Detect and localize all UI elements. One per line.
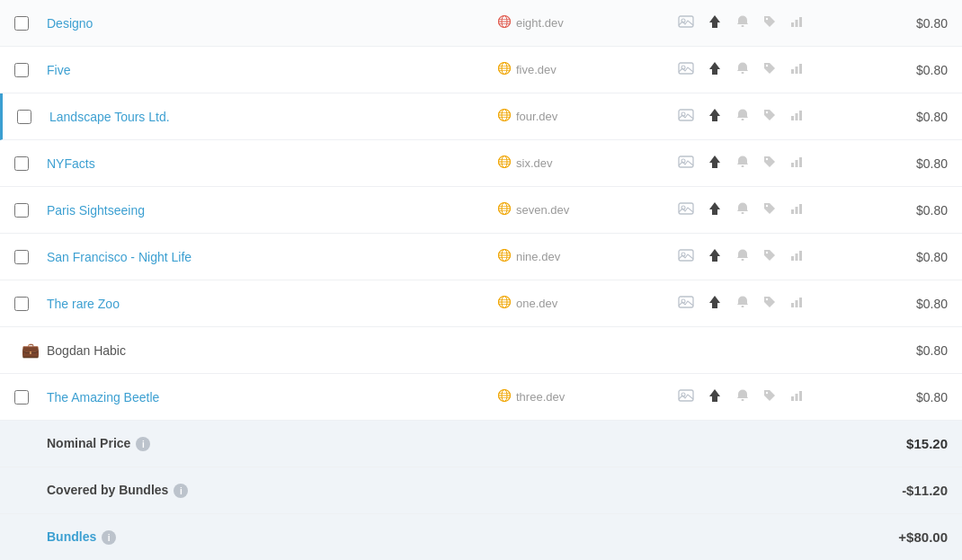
photo-icon[interactable] [678,13,694,32]
chart-icon[interactable] [789,388,804,405]
tag-icon[interactable] [762,108,777,125]
product-actions-col [678,247,858,266]
svg-marker-59 [709,202,720,215]
tag-icon[interactable] [762,61,777,78]
svg-rect-47 [742,165,744,167]
bell-icon[interactable] [735,108,750,125]
globe-icon [498,109,511,124]
tag-icon[interactable] [762,388,777,405]
upload-icon[interactable] [707,107,723,126]
row-checkbox[interactable] [14,390,29,404]
product-price: $0.80 [858,297,948,311]
info-icon[interactable]: i [102,530,116,545]
row-checkbox[interactable] [14,250,29,264]
svg-rect-24 [796,67,798,74]
svg-rect-34 [742,119,744,120]
globe-icon [498,156,511,171]
upload-icon[interactable] [707,387,723,406]
product-price: $0.80 [858,110,948,124]
product-link[interactable]: San Francisco - Night Life [47,250,192,264]
upload-icon[interactable] [707,13,723,32]
domain-text: one.dev [516,297,557,310]
product-link[interactable]: The rare Zoo [47,297,120,311]
upload-icon[interactable] [707,154,723,173]
svg-rect-70 [679,250,693,261]
svg-rect-5 [679,16,693,27]
product-domain-col: nine.dev [498,249,678,264]
product-link[interactable]: NYFacts [47,156,95,171]
upload-icon[interactable] [707,60,723,79]
tag-icon[interactable] [762,295,777,312]
svg-rect-18 [679,63,693,74]
bell-icon[interactable] [735,201,750,218]
chart-icon[interactable] [789,155,804,172]
photo-icon[interactable] [678,200,694,219]
row-checkbox[interactable] [14,203,29,218]
bell-icon[interactable] [735,248,750,265]
row-checkbox[interactable] [14,297,29,311]
summary-price: $15.20 [858,436,948,451]
product-name-col: Landscape Tours Ltd. [49,110,498,124]
svg-rect-49 [791,163,794,167]
chart-icon[interactable] [789,61,804,78]
product-domain-col: six.dev [498,156,678,171]
row-checkbox-col [14,156,47,171]
person-name: Bogdan Habic [47,343,126,358]
product-link[interactable]: Designo [47,16,93,31]
upload-icon[interactable] [707,200,723,219]
svg-rect-12 [799,17,802,27]
tag-icon[interactable] [762,14,777,31]
summary-price: +$80.00 [858,529,948,545]
table-row: Paris Sightseeing seven.dev $0.80 [0,187,962,234]
photo-icon[interactable] [678,107,694,126]
product-link[interactable]: Five [47,63,70,77]
svg-point-35 [766,111,768,113]
product-price: $0.80 [858,156,948,171]
pricing-table: Designo eight.dev $0.80 Five [0,0,962,560]
product-actions-col [678,294,858,313]
photo-icon[interactable] [678,387,694,406]
photo-icon[interactable] [678,247,694,266]
chart-icon[interactable] [789,108,804,125]
summary-row: Nominal Pricei $15.20 [0,421,962,467]
info-icon[interactable]: i [174,484,188,498]
product-link[interactable]: Landscape Tours Ltd. [49,110,170,124]
tag-icon[interactable] [762,201,777,218]
bell-icon[interactable] [735,61,750,78]
svg-point-74 [766,252,768,253]
svg-rect-11 [796,20,798,27]
product-price: $0.80 [858,63,948,77]
svg-rect-36 [791,116,794,120]
svg-rect-60 [742,212,744,214]
info-icon[interactable]: i [136,437,150,451]
photo-icon[interactable] [678,154,694,173]
row-checkbox[interactable] [14,16,29,31]
person-name-col: Bogdan Habic [47,343,498,358]
bell-icon[interactable] [735,388,750,405]
upload-icon[interactable] [707,247,723,266]
svg-marker-85 [709,296,720,308]
row-checkbox[interactable] [17,110,31,124]
product-name-col: San Francisco - Night Life [47,250,498,264]
chart-icon[interactable] [789,295,804,312]
table-row: The Amazing Beetle three.dev $0.80 [0,374,962,421]
bell-icon[interactable] [735,14,750,31]
tag-icon[interactable] [762,248,777,265]
product-link[interactable]: The Amazing Beetle [47,390,159,404]
chart-icon[interactable] [789,14,804,31]
chart-icon[interactable] [789,201,804,218]
product-link[interactable]: Paris Sightseeing [47,203,145,218]
row-checkbox[interactable] [14,156,29,171]
bell-icon[interactable] [735,295,750,312]
svg-point-22 [766,65,768,67]
tag-icon[interactable] [762,155,777,172]
svg-rect-76 [796,253,798,261]
photo-icon[interactable] [678,60,694,79]
photo-icon[interactable] [678,294,694,313]
upload-icon[interactable] [707,294,723,313]
chart-icon[interactable] [789,248,804,265]
row-checkbox[interactable] [14,63,29,77]
bell-icon[interactable] [735,155,750,172]
svg-rect-38 [799,111,802,120]
globe-icon [498,296,511,311]
